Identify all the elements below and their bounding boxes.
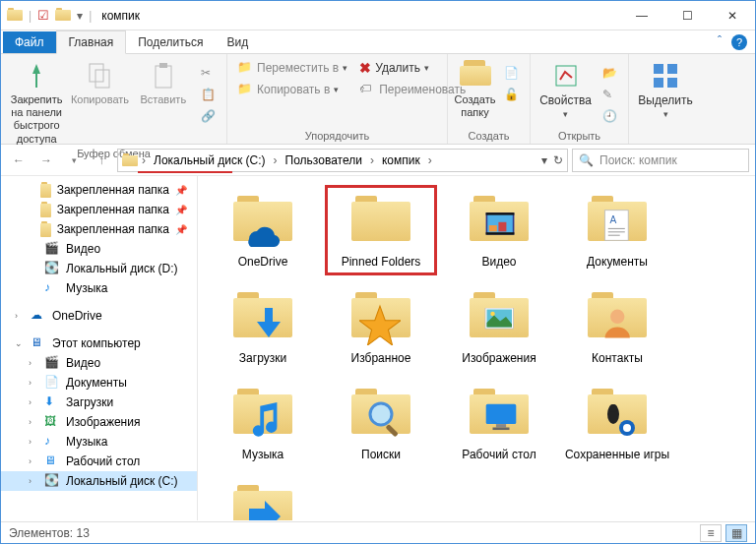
nav-tree[interactable]: Закрепленная папка📌 Закрепленная папка📌 …	[1, 176, 198, 520]
tree-this-pc[interactable]: ⌄🖥Этот компьютер	[1, 333, 197, 353]
content-pane[interactable]: OneDrivePinned FoldersВидеоAДокументыЗаг…	[198, 176, 755, 520]
svg-rect-1	[95, 70, 109, 88]
folder-item[interactable]: Сохраненные игры	[562, 379, 672, 467]
tab-file[interactable]: Файл	[3, 31, 56, 53]
svg-rect-6	[667, 64, 677, 74]
help-icon[interactable]: ?	[731, 34, 747, 50]
search-placeholder: Поиск: компик	[599, 153, 677, 167]
chevron-right-icon[interactable]: ›	[368, 153, 376, 167]
properties-button[interactable]: Свойства▾	[536, 58, 595, 121]
folder-item[interactable]: Рабочий стол	[444, 379, 554, 467]
nav-up-button[interactable]: ↑	[90, 149, 113, 172]
minimize-button[interactable]: —	[619, 1, 664, 30]
breadcrumb-seg[interactable]: компик	[378, 151, 424, 169]
open-group-label: Открыть	[536, 128, 622, 142]
folder-item[interactable]: Поиски	[326, 379, 436, 467]
breadcrumb-seg[interactable]: Пользователи	[282, 151, 366, 169]
folder-item[interactable]: Музыка	[208, 379, 318, 467]
folder-item[interactable]: Загрузки	[208, 282, 318, 371]
svg-rect-12	[498, 222, 506, 232]
folder-item[interactable]: Видео	[444, 186, 554, 274]
details-view-button[interactable]: ≡	[700, 524, 722, 542]
move-to-button[interactable]: 📁Переместить в▾	[233, 58, 351, 78]
breadcrumb-seg[interactable]: Локальный диск (C:)	[150, 151, 270, 169]
tab-share[interactable]: Поделиться	[126, 31, 215, 53]
easy-access-button[interactable]: 🔓	[500, 86, 524, 105]
new-folder-button[interactable]: Создать папку	[454, 58, 496, 119]
qat-sep2: |	[89, 9, 92, 23]
ribbon: Закрепить на панели быстрого доступа Коп…	[1, 54, 755, 145]
address-bar[interactable]: › Локальный диск (C:) › Пользователи › к…	[117, 149, 568, 172]
tree-item[interactable]: Закрепленная папка📌	[1, 219, 197, 239]
close-button[interactable]: ✕	[710, 1, 755, 30]
tree-item[interactable]: Закрепленная папка📌	[1, 200, 197, 219]
folder-item[interactable]: Ссылки	[208, 475, 318, 520]
chevron-right-icon[interactable]: ›	[140, 153, 148, 167]
icons-view-button[interactable]: ▦	[725, 524, 747, 542]
pin-icon: 📌	[175, 205, 187, 215]
ribbon-collapse-icon[interactable]: ˆ	[718, 34, 722, 50]
folder-label: Сохраненные игры	[564, 448, 670, 461]
folder-item[interactable]: Контакты	[562, 282, 672, 371]
folder-icon	[349, 196, 412, 251]
tree-item[interactable]: Закрепленная папка📌	[1, 180, 197, 200]
search-box[interactable]: 🔍 Поиск: компик	[572, 149, 749, 172]
tree-item[interactable]: ›♪Музыка	[1, 432, 197, 452]
edit-button[interactable]: ✎	[598, 86, 622, 105]
select-button[interactable]: Выделить▾	[635, 58, 696, 121]
qat-dropdown-icon[interactable]: ▾	[77, 9, 83, 23]
folder-icon: A	[586, 196, 649, 251]
nav-recent-dropdown[interactable]: ▾	[62, 149, 86, 172]
folder-item[interactable]: Pinned Folders	[326, 186, 436, 274]
folder-item[interactable]: Избранное	[326, 282, 436, 371]
tree-item[interactable]: 💽Локальный диск (D:)	[1, 259, 197, 278]
tree-item[interactable]: 🎬Видео	[1, 239, 197, 259]
svg-point-29	[609, 404, 617, 412]
new-item-button[interactable]: 📄	[500, 64, 524, 84]
tree-onedrive[interactable]: ›☁OneDrive	[1, 306, 197, 326]
paste-shortcut-button[interactable]: 🔗	[197, 107, 220, 127]
folder-label: Видео	[446, 255, 552, 269]
history-button[interactable]: 🕘	[598, 107, 622, 127]
tree-item[interactable]: ›📄Документы	[1, 373, 197, 393]
cut-button[interactable]: ✂	[197, 64, 220, 84]
svg-rect-11	[489, 225, 497, 231]
tree-item-selected[interactable]: ›💽Локальный диск (C:)	[1, 471, 197, 491]
addr-dropdown-icon[interactable]: ▾	[541, 153, 547, 167]
folder-icon	[468, 196, 531, 251]
qat-folder-icon[interactable]	[55, 8, 71, 24]
folder-label: Избранное	[328, 351, 434, 365]
qat-properties-icon[interactable]: ☑	[37, 8, 49, 23]
tree-item[interactable]: ›🎬Видео	[1, 353, 197, 373]
pin-to-quick-access-button[interactable]: Закрепить на панели быстрого доступа	[7, 58, 66, 146]
copy-button[interactable]: Копировать	[70, 58, 129, 106]
tree-item[interactable]: ›🖼Изображения	[1, 412, 197, 432]
tab-home[interactable]: Главная	[56, 30, 127, 54]
folder-label: Загрузки	[210, 351, 316, 365]
organize-group-label: Упорядочить	[233, 128, 441, 142]
copy-to-button[interactable]: 📁Копировать в▾	[233, 80, 351, 99]
nav-back-button[interactable]: ←	[7, 149, 31, 172]
maximize-button[interactable]: ☐	[664, 1, 710, 30]
chevron-right-icon[interactable]: ›	[426, 153, 434, 167]
tree-item[interactable]: ›⬇Загрузки	[1, 393, 197, 412]
folder-item[interactable]: AДокументы	[562, 186, 672, 274]
folder-icon	[231, 292, 294, 347]
nav-forward-button[interactable]: →	[34, 149, 58, 172]
svg-rect-25	[385, 424, 398, 437]
tab-view[interactable]: Вид	[215, 31, 260, 53]
svg-text:A: A	[610, 214, 617, 225]
folder-item[interactable]: OneDrive	[208, 186, 318, 274]
folder-item[interactable]: Изображения	[444, 282, 554, 371]
folder-label: OneDrive	[210, 255, 316, 269]
paste-button[interactable]: Вставить	[134, 58, 193, 106]
tree-item[interactable]: ›🖥Рабочий стол	[1, 452, 197, 471]
chevron-right-icon[interactable]: ›	[272, 153, 280, 167]
tree-item[interactable]: ♪Музыка	[1, 278, 197, 298]
refresh-icon[interactable]: ↻	[553, 153, 563, 167]
open-button[interactable]: 📂	[598, 64, 622, 84]
copy-path-button[interactable]: 📋	[197, 86, 220, 105]
item-count: Элементов: 13	[9, 526, 90, 540]
addr-folder-icon	[122, 153, 138, 166]
folder-icon	[231, 485, 294, 520]
